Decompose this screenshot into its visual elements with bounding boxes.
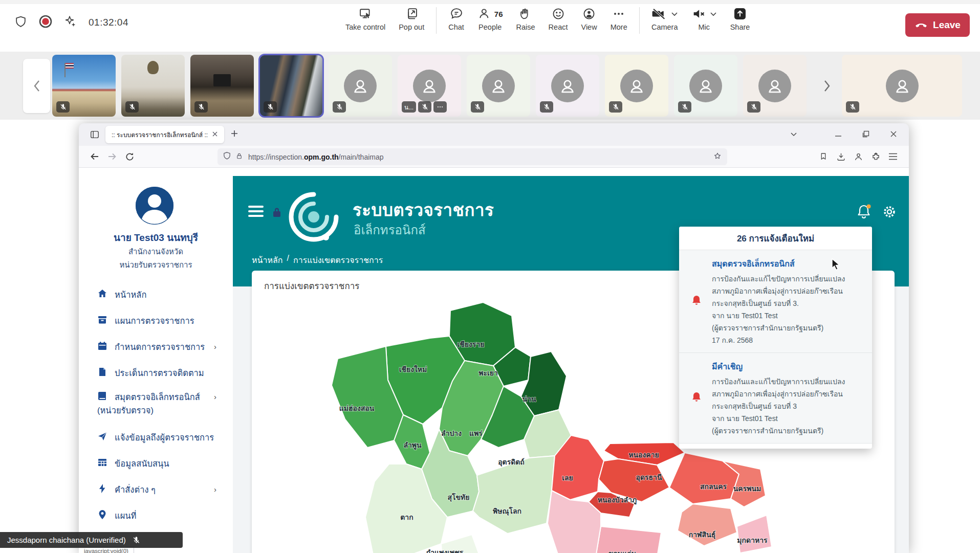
mic-options-chevron[interactable] — [710, 11, 717, 16]
sidebar-item-map[interactable]: แผนที่ — [79, 502, 233, 528]
sidebar-item-monitoring-issues[interactable]: ประเด็นการตรวจติดตาม — [79, 360, 233, 386]
avatar — [758, 70, 791, 102]
app-subtitle: อิเล็กทรอนิกส์ — [354, 220, 426, 240]
bolt-icon — [97, 483, 107, 496]
participant-avatar-tile[interactable] — [536, 55, 599, 117]
participant-avatar-tile[interactable] — [329, 55, 392, 117]
filmstrip-next-button[interactable] — [817, 59, 837, 113]
tab-list-chevron-icon[interactable] — [785, 126, 802, 142]
province-label: พะเยา — [478, 369, 498, 377]
take-control-button[interactable]: Take control — [339, 5, 392, 32]
participant-video-tile[interactable] — [121, 55, 185, 117]
tile-more-badge[interactable] — [433, 101, 447, 113]
reload-icon[interactable] — [121, 148, 138, 165]
notification-item[interactable]: สมุดตรวจอิเล็กทรอนิกส์ การป้องกันและแก้ไ… — [679, 250, 872, 353]
lock-icon[interactable] — [235, 151, 243, 163]
user-name: นาย Test03 นนทบุรี — [79, 230, 233, 245]
pop-out-button[interactable]: Pop out — [392, 5, 431, 32]
firefox-view-icon[interactable] — [87, 127, 102, 142]
mic-muted-icon — [132, 536, 141, 544]
avatar — [886, 70, 919, 102]
participant-avatar-tile[interactable] — [674, 55, 737, 117]
sidebar-item-notify-inspector[interactable]: แจ้งข้อมูลถึงผู้ตรวจราชการ — [79, 424, 233, 450]
province-label: หนองคาย — [628, 451, 659, 459]
avatar — [482, 70, 515, 102]
window-minimize-button[interactable] — [830, 126, 847, 142]
sidebar: นาย Test03 นนทบุรี สำนักงานจังหวัด หน่วย… — [79, 168, 233, 553]
notification-item[interactable]: มีคำเชิญ การป้องกันและแก้ไขปัญหาการเปลี่… — [679, 353, 872, 444]
downloads-icon[interactable] — [832, 148, 850, 165]
chat-button[interactable]: Chat — [442, 5, 471, 32]
people-button[interactable]: 76 People — [471, 5, 510, 32]
extensions-icon[interactable] — [867, 148, 884, 165]
province-label: กำแพงเพชร — [426, 548, 464, 553]
bell-icon — [691, 295, 702, 308]
notifications-panel: 26 การแจ้งเตือนใหม่ สมุดตรวจอิเล็กทรอนิก… — [679, 227, 872, 449]
province-shape[interactable] — [473, 456, 555, 534]
participant-avatar-tile[interactable] — [605, 55, 668, 117]
participant-avatar-tile[interactable] — [743, 55, 807, 117]
breadcrumb-home[interactable]: หน้าหลัก — [252, 254, 283, 267]
bookmark-star-icon[interactable] — [713, 151, 722, 163]
participant-video-tile[interactable] — [52, 55, 116, 117]
province-shape[interactable] — [669, 453, 739, 504]
sidebar-item-e-inspection-book[interactable]: สมุดตรวจอิเล็กทรอนิกส์ › — [79, 386, 233, 408]
table-icon — [97, 457, 107, 470]
browser-url-bar: https://inspection.opm.go.th/main/thaima… — [79, 146, 909, 168]
sidebar-item-home[interactable]: หน้าหลัก — [79, 281, 233, 307]
province-shape[interactable] — [737, 515, 772, 553]
bell-icon — [691, 391, 702, 405]
url-field[interactable]: https://inspection.opm.go.th/main/thaima… — [217, 148, 727, 165]
participant-video-tile-active-speaker[interactable] — [259, 55, 323, 117]
browser-tab[interactable]: :: ระบบตรวจราชการอิเล็กทรอนิกส์ :: — [105, 126, 224, 143]
account-icon[interactable] — [850, 148, 867, 165]
sidebar-item-orders[interactable]: คำสั่งต่าง ๆ › — [79, 476, 233, 502]
raise-hand-button[interactable]: Raise — [510, 5, 542, 32]
province-shape[interactable] — [678, 504, 737, 546]
map-pin-icon — [97, 510, 107, 522]
participant-video-tile[interactable] — [190, 55, 254, 117]
window-maximize-button[interactable] — [857, 126, 875, 142]
forward-icon[interactable] — [103, 148, 121, 165]
camera-button[interactable]: Camera — [645, 5, 685, 32]
app-logo — [286, 189, 341, 249]
new-tab-button[interactable] — [230, 128, 238, 140]
sidebar-item-support-data[interactable]: ข้อมูลสนับสนุน — [79, 450, 233, 476]
copilot-sparkle-icon[interactable] — [64, 15, 77, 30]
view-button[interactable]: View — [574, 5, 603, 32]
chat-label: Chat — [448, 23, 464, 31]
react-button[interactable]: React — [542, 5, 575, 32]
province-label: สกลนคร — [700, 482, 727, 491]
tab-close-icon[interactable] — [210, 130, 220, 139]
header-lock-icon[interactable] — [271, 206, 283, 221]
menu-icon[interactable] — [884, 148, 902, 165]
breadcrumb-separator: / — [287, 254, 289, 267]
sidebar-item-inspection-plan[interactable]: แผนการตรวจราชการ — [79, 307, 233, 334]
user-role: หน่วยรับตรวจราชการ — [79, 259, 233, 271]
back-icon[interactable] — [86, 148, 103, 165]
window-close-button[interactable] — [885, 126, 902, 142]
participant-name-badge: น... — [402, 101, 416, 113]
settings-gear-icon[interactable] — [882, 204, 897, 222]
province-label: ขอนแก่น — [608, 549, 637, 553]
mic-button[interactable]: Mic — [685, 5, 724, 32]
more-button[interactable]: More — [604, 5, 634, 32]
document-icon — [97, 367, 107, 379]
participant-avatar-tile[interactable] — [467, 55, 530, 117]
pocket-save-icon[interactable] — [815, 148, 832, 165]
province-label: พิษณุโลก — [493, 506, 521, 516]
sidebar-item-inspection-schedule[interactable]: กำหนดการตรวจราชการ › — [79, 334, 233, 360]
camera-options-chevron[interactable] — [671, 11, 678, 16]
user-org: สำนักงานจังหวัด — [79, 246, 233, 258]
filmstrip-prev-button[interactable] — [23, 59, 50, 113]
leave-button[interactable]: Leave — [905, 13, 970, 37]
presenter-name-tag: Jessdaporn chaichana (Unverified) — [0, 532, 183, 548]
participant-avatar-tile[interactable]: น... — [398, 55, 461, 117]
notifications-bell-icon[interactable] — [856, 204, 872, 222]
hamburger-menu-icon[interactable] — [248, 206, 264, 218]
participant-avatar-tile[interactable] — [842, 55, 962, 117]
sidebar-menu: หน้าหลัก แผนการตรวจราชการ กำหนดการตรวจรา… — [79, 281, 233, 528]
share-button[interactable]: Share — [724, 5, 757, 32]
tracking-shield-icon[interactable] — [223, 151, 231, 163]
mic-muted-badge — [678, 101, 691, 113]
